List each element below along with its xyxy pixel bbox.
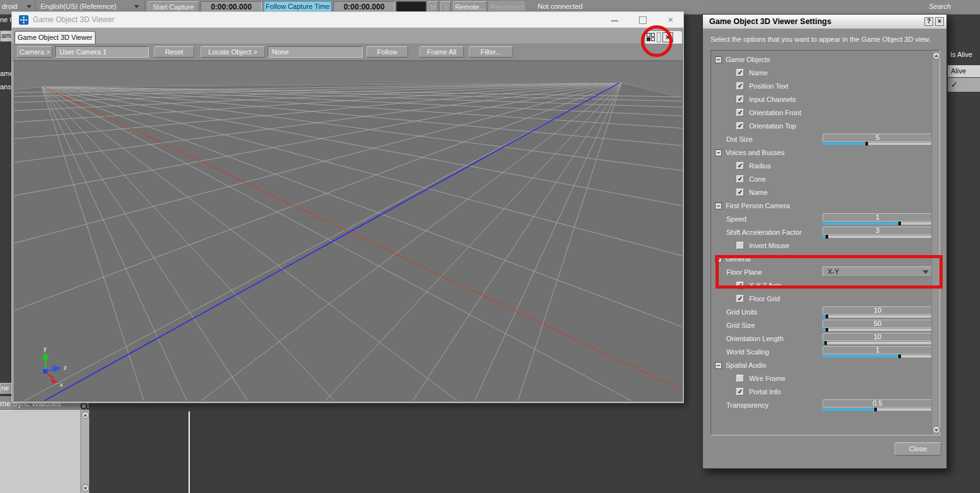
filter-button[interactable]: Filter... <box>469 46 513 58</box>
checkbox-position-text[interactable]: ✓ <box>736 82 744 90</box>
minimize-button[interactable] <box>605 12 624 28</box>
splitter-button[interactable] <box>657 32 661 42</box>
slider-value: 1 <box>822 213 933 222</box>
slider-track[interactable] <box>822 342 933 344</box>
slider-fill <box>822 142 867 145</box>
slider-orientation-length[interactable]: 10 <box>822 333 933 345</box>
checkbox-orientation-top[interactable]: ✓ <box>736 122 744 130</box>
tab-row-buttons: × <box>645 30 683 44</box>
checkbox-floor-grid[interactable]: ✓ <box>736 295 744 303</box>
search-icon[interactable] <box>80 403 87 409</box>
dropdown-floor-plane[interactable]: X-Y <box>822 266 933 277</box>
slider-track[interactable] <box>822 235 933 238</box>
close-view-button[interactable]: × <box>662 32 673 42</box>
slider-dot-size[interactable]: 5 <box>822 134 933 146</box>
tree-row-general: General <box>711 253 931 266</box>
checkbox-name[interactable]: ✓ <box>736 189 744 196</box>
dialog-titlebar[interactable]: Game Object 3D Viewer Settings ? × <box>703 15 946 29</box>
slider-track[interactable] <box>822 328 933 331</box>
language-selector[interactable]: English(US) (Reference) <box>40 3 116 10</box>
slider-speed[interactable]: 1 <box>822 213 933 225</box>
close-dialog-button[interactable]: Close <box>895 442 941 456</box>
checkbox-name[interactable]: ✓ <box>736 69 744 77</box>
slider-handle[interactable] <box>898 354 901 358</box>
slider-handle[interactable] <box>826 235 828 239</box>
scrollbar[interactable] <box>80 410 89 493</box>
camera-menu-button[interactable]: Camera > <box>17 46 53 58</box>
slider-handle[interactable] <box>874 408 877 411</box>
table-cell-check: ✓ <box>948 78 980 92</box>
slider-handle[interactable] <box>826 328 828 332</box>
scroll-up-button[interactable] <box>82 411 89 419</box>
slider-handle[interactable] <box>898 222 901 225</box>
3d-viewport[interactable]: y z x <box>14 61 683 401</box>
slider-track[interactable] <box>822 355 933 358</box>
collapse-toggle-icon[interactable] <box>715 149 722 156</box>
checkbox-input-channels[interactable]: ✓ <box>736 96 744 103</box>
slider-track[interactable] <box>822 408 933 411</box>
group-label: Spatial Audio <box>726 361 766 369</box>
perspective-grid: y z x <box>15 61 682 401</box>
slider-world-scaling[interactable]: 1 <box>822 346 933 358</box>
background-panel <box>0 410 80 493</box>
tree-row-orientation-front: ✓Orientation Front <box>711 106 931 120</box>
slider-grid-size[interactable]: 50 <box>822 320 933 332</box>
scroll-down-button[interactable] <box>933 426 940 434</box>
slider-track[interactable] <box>822 315 933 318</box>
scroll-up-button[interactable] <box>933 52 940 59</box>
grid-icon <box>651 37 655 41</box>
slider-track[interactable] <box>822 222 933 225</box>
tab-game-object-3d-viewer[interactable]: Game Object 3D Viewer <box>15 31 96 44</box>
slider-label: Grid Size <box>726 321 755 329</box>
tree-row-invert-mouse: Invert Mouse <box>711 239 931 253</box>
locate-object-button[interactable]: Locate Object > <box>201 46 265 58</box>
collapse-toggle-icon[interactable] <box>715 362 722 369</box>
search-input[interactable]: Search <box>929 3 951 10</box>
chevron-down-icon <box>934 429 938 432</box>
collapse-toggle-icon[interactable] <box>715 56 722 63</box>
slider-label: Orientation Length <box>726 335 784 342</box>
platform-caret-icon[interactable] <box>27 5 32 8</box>
close-button[interactable]: × <box>661 12 680 28</box>
collapse-toggle-icon[interactable] <box>715 203 722 209</box>
slider-handle[interactable] <box>826 315 828 318</box>
checkbox-orientation-front[interactable]: ✓ <box>736 109 744 116</box>
language-caret-icon[interactable] <box>134 5 139 8</box>
slider-handle[interactable] <box>824 341 827 345</box>
checkbox-invert-mouse[interactable] <box>736 242 744 249</box>
help-button[interactable]: ? <box>924 17 933 26</box>
tree-row-cone: ✓Cone <box>711 173 931 186</box>
checkbox-radius[interactable]: ✓ <box>736 162 744 170</box>
camera-value-field[interactable]: User Camera 1 <box>55 46 149 58</box>
slider-shift-acceleration-factor[interactable]: 3 <box>822 227 933 239</box>
locate-object-field[interactable]: None <box>268 46 363 58</box>
view-settings-button[interactable] <box>647 33 655 42</box>
slider-track[interactable] <box>822 142 933 145</box>
window-titlebar[interactable]: Game Object 3D Viewer × <box>12 12 683 28</box>
slider-handle[interactable] <box>865 142 868 146</box>
dialog-close-icon[interactable]: × <box>935 17 944 26</box>
follow-button[interactable]: Follow <box>366 46 408 58</box>
settings-scrollbar[interactable] <box>931 51 940 435</box>
tree-row-position-text: ✓Position Text <box>711 80 931 93</box>
table-cell-alive[interactable]: Alive <box>948 65 980 77</box>
game-object-3d-viewer-window: Game Object 3D Viewer × Game Object 3D V… <box>11 11 684 403</box>
checkbox-portal-info[interactable]: ✓ <box>736 388 744 396</box>
frame-all-button[interactable]: Frame All <box>419 46 464 58</box>
checkbox-wire-frame[interactable] <box>736 375 744 382</box>
tree-row-shift-acceleration-factor: Shift Acceleration Factor3 <box>711 226 931 239</box>
scroll-down-button[interactable] <box>82 484 89 492</box>
checkbox-label: Position Text <box>749 82 788 90</box>
reset-button[interactable]: Reset <box>154 46 194 58</box>
collapse-toggle-icon[interactable] <box>715 256 722 263</box>
checkbox-cone[interactable]: ✓ <box>736 175 744 183</box>
slider-value: 5 <box>822 134 933 142</box>
platform-selector-partial[interactable]: droid <box>2 3 17 10</box>
tree-row-floor-grid: ✓Floor Grid <box>711 292 931 306</box>
slider-grid-units[interactable]: 10 <box>822 306 933 318</box>
maximize-button[interactable] <box>633 12 652 28</box>
checkbox-x-y-z-axis[interactable]: ✓ <box>736 282 744 289</box>
slider-transparency[interactable]: 0.5 <box>822 399 933 411</box>
tab-row: Game Object 3D Viewer × <box>12 28 683 44</box>
chevron-down-icon <box>922 270 929 274</box>
